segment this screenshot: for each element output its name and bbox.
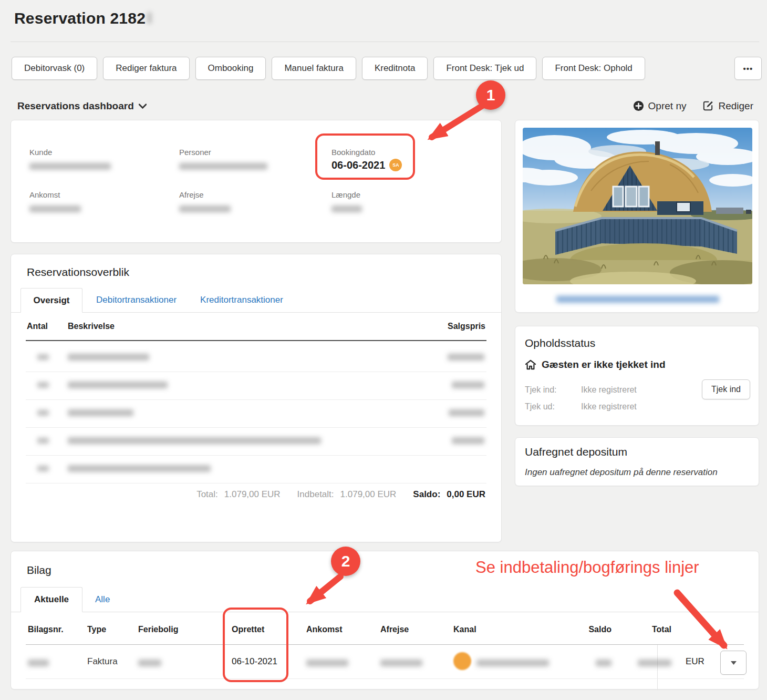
holiday-house-image [523,128,752,284]
reservation-page: Reservation 2182 Debitorvask (0) Rediger… [0,0,767,700]
kanal-avatar [453,652,471,670]
checkout-value: Ikke registreret [581,402,637,411]
annotation-step-1: 1 [476,80,505,110]
overview-totals: Total: 1.079,00 EUR Indbetalt: 1.079,00 … [196,489,485,500]
col-antal: Antal [27,322,48,331]
page-title: Reservation 2182 [14,9,152,27]
ankomst-label: Ankomst [29,190,60,199]
bilag-title: Bilag [27,564,51,577]
tab-oversigt[interactable]: Oversigt [20,288,82,313]
col-salgspris: Salgspris [448,322,485,331]
laengde-label: Længde [331,190,360,199]
home-icon [525,359,536,370]
personer-label: Personer [179,148,211,157]
manuel-faktura-button[interactable]: Manuel faktura [272,57,356,80]
status-title: Opholdsstatus [525,337,595,349]
more-actions-button[interactable]: ••• [734,57,762,80]
tab-alle[interactable]: Alle [95,587,110,612]
overview-title: Reservationsoverblik [27,266,129,279]
checkout-label: Tjek ud: [525,402,555,411]
col-kanal: Kanal [453,625,476,634]
col-afrejse: Afrejse [380,625,409,634]
currency-value: EUR [686,656,704,667]
saldo-value: 0,00 EUR [447,489,485,500]
feriebolig-redacted [138,660,161,666]
header-divider [11,42,759,42]
dashboard-selector-label: Reservations dashboard [17,100,134,112]
stay-status-card: Opholdsstatus Gæsten er ikke tjekket ind… [515,326,759,426]
frontdesk-ophold-button[interactable]: Front Desk: Ophold [542,57,645,80]
dropdown-caret-icon [731,661,737,665]
bilagsnr-redacted [28,660,49,666]
deposit-message: Ingen uafregnet depositum på denne reser… [525,467,718,478]
indbetalt-value: 1.079,00 EUR [340,489,397,500]
bookingdato-label: Bookingdato [331,148,375,157]
tab-kreditortransaktioner[interactable]: Kreditortransaktioner [200,288,283,312]
property-card [515,120,759,313]
checkin-label: Tjek ind: [525,385,556,395]
row-actions-dropdown[interactable] [720,651,747,675]
tab-aktuelle[interactable]: Aktuelle [20,587,82,612]
col-type: Type [87,625,106,634]
col-ankomst: Ankomst [306,625,342,634]
create-new-label: Opret ny [648,100,687,112]
ombooking-button[interactable]: Ombooking [195,57,266,80]
indbetalt-label: Indbetalt: [297,489,334,500]
rediger-faktura-button[interactable]: Rediger faktura [103,57,189,80]
property-photo[interactable] [523,128,752,284]
frontdesk-tjekud-button[interactable]: Front Desk: Tjek ud [433,57,536,80]
guest-status: Gæsten er ikke tjekket ind [525,359,666,370]
reservation-overview-card: Reservationsoverblik Oversigt Debitortra… [11,254,502,542]
bookingdato-value: 06-06-2021 SA [331,159,402,171]
ankomst-value-redacted [29,205,81,212]
bilag-tabs: Aktuelle Alle [11,587,759,612]
col-bilagsnr: Bilagsnr. [28,625,64,634]
create-new-button[interactable]: Opret ny [633,100,687,112]
row-separator [26,678,744,679]
checkin-button[interactable]: Tjek ind [702,379,750,399]
title-redacted-digit [147,12,152,24]
col-total: Total [620,625,671,634]
plus-circle-icon [633,100,644,111]
kreditnota-button[interactable]: Kreditnota [362,57,428,80]
deposit-card: Uafregnet depositum Ingen uafregnet depo… [515,437,759,486]
afrejse-label: Afrejse [179,190,204,199]
property-link-redacted[interactable] [556,296,719,303]
deposit-title: Uafregnet depositum [525,446,627,458]
personer-value-redacted [179,163,267,170]
dashboard-selector[interactable]: Reservations dashboard [17,100,147,112]
oprettet-value: 06-10-2021 [232,656,277,667]
row-afrejse-redacted [380,660,422,666]
row-saldo-redacted [596,660,611,666]
toolbar: Debitorvask (0) Rediger faktura Ombookin… [12,57,645,80]
laengde-value-redacted [331,205,362,212]
kunde-value-redacted [29,163,111,170]
col-oprettet: Oprettet [232,625,264,634]
debitorvask-button[interactable]: Debitorvask (0) [12,57,97,80]
afrejse-value-redacted [179,205,231,212]
saldo-label: Saldo: [413,489,440,500]
overview-header-underline [26,340,486,341]
actions-separator [657,645,658,690]
total-label: Total: [196,489,218,500]
edit-pencil-icon [702,100,714,112]
edit-label: Rediger [718,100,753,112]
col-feriebolig: Feriebolig [138,625,178,634]
tab-debitortransaktioner[interactable]: Debitortransaktioner [96,288,177,312]
col-beskrivelse: Beskrivelse [68,322,115,331]
edit-button[interactable]: Rediger [702,100,753,112]
kanal-name-redacted [476,660,549,666]
total-value: 1.079,00 EUR [224,489,281,500]
subheader-actions: Opret ny Rediger [633,100,753,112]
kunde-label: Kunde [29,148,52,157]
reservation-details-card: Kunde Personer Bookingdato 06-06-2021 SA… [11,120,502,243]
bilag-header-underline [26,644,744,645]
type-value: Faktura [87,656,118,667]
col-saldo: Saldo [567,625,611,634]
status-badge: SA [389,159,402,171]
row-total-redacted [638,660,671,666]
bilag-card: Bilag Aktuelle Alle Bilagsnr. Type Ferie… [11,551,759,689]
checkin-value: Ikke registreret [581,385,637,395]
row-ankomst-redacted [306,660,348,666]
overview-tabs: Oversigt Debitortransaktioner Kreditortr… [11,288,501,313]
